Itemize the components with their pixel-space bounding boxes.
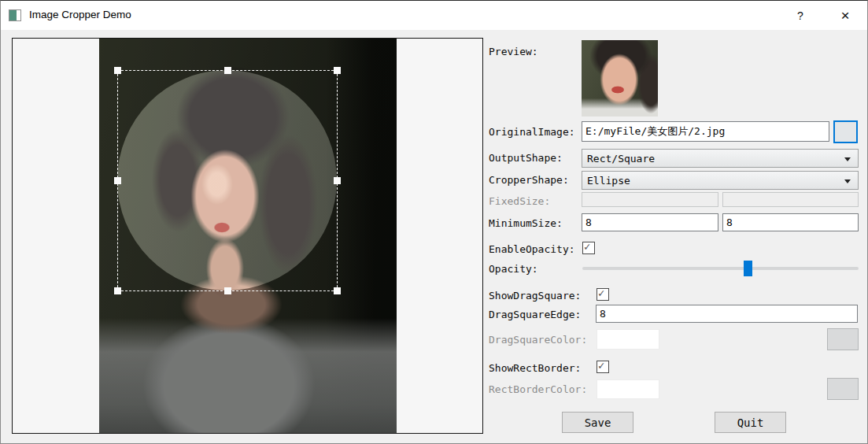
preview-label: Preview:	[489, 46, 538, 57]
check-icon: ✓	[584, 240, 590, 253]
minimum-size-label: MinimumSize:	[489, 217, 563, 229]
show-rect-border-checkbox[interactable]: ✓	[597, 361, 609, 373]
fixed-size-height-input	[722, 192, 859, 207]
dropdown-arrow-icon	[844, 179, 851, 183]
check-icon: ✓	[598, 359, 604, 372]
cropper-shape-select[interactable]: Ellipse	[582, 171, 859, 190]
crop-selection-rect[interactable]	[117, 70, 338, 291]
show-drag-square-label: ShowDragSquare:	[489, 290, 581, 302]
enable-opacity-checkbox[interactable]: ✓	[582, 242, 595, 254]
drag-handle-bottom-right[interactable]	[334, 287, 341, 294]
fixed-size-width-input	[582, 192, 718, 207]
app-window: Image Cropper Demo ? × Preview: Original…	[0, 0, 868, 444]
preview-image	[582, 40, 658, 117]
drag-handle-top-middle[interactable]	[224, 67, 231, 74]
enable-opacity-label: EnableOpacity:	[489, 243, 575, 255]
show-drag-square-checkbox[interactable]: ✓	[597, 288, 609, 301]
original-image-label: OriginalImage:	[489, 126, 575, 138]
minimum-size-height-input[interactable]	[722, 213, 859, 231]
rect-border-color-label: RectBorderColor:	[489, 383, 587, 395]
window-title: Image Cropper Demo	[29, 9, 131, 20]
save-button[interactable]: Save	[562, 412, 633, 433]
drag-handle-middle-left[interactable]	[114, 177, 121, 184]
drag-square-color-picker-button[interactable]	[827, 328, 859, 350]
quit-button[interactable]: Quit	[715, 412, 786, 433]
drag-square-color-swatch	[597, 329, 659, 350]
output-shape-label: OutputShape:	[489, 152, 563, 164]
opacity-slider-handle[interactable]	[744, 261, 752, 276]
fixed-size-label: FixedSize:	[489, 195, 550, 207]
drag-square-edge-label: DragSquareEdge:	[489, 309, 581, 320]
cropper-canvas	[12, 38, 483, 434]
rect-border-color-picker-button[interactable]	[827, 378, 859, 400]
titlebar: Image Cropper Demo ? ×	[1, 1, 867, 30]
browse-button[interactable]	[833, 120, 858, 143]
dropdown-arrow-icon	[844, 157, 851, 161]
drag-handle-middle-right[interactable]	[334, 177, 341, 184]
check-icon: ✓	[598, 287, 604, 299]
output-shape-value: Rect/Square	[587, 153, 655, 165]
drag-handle-bottom-left[interactable]	[114, 287, 121, 294]
original-image-input[interactable]	[582, 121, 829, 142]
cropper-shape-label: CropperShape:	[489, 174, 569, 186]
rect-border-color-swatch	[597, 379, 659, 399]
close-button[interactable]: ×	[831, 1, 859, 30]
drag-handle-bottom-middle[interactable]	[224, 287, 231, 294]
opacity-slider[interactable]	[582, 261, 859, 276]
drag-handle-top-left[interactable]	[114, 67, 121, 74]
minimum-size-width-input[interactable]	[582, 213, 718, 231]
drag-square-color-label: DragSquareColor:	[489, 334, 587, 346]
drag-square-edge-input[interactable]	[596, 305, 858, 323]
drag-handle-top-right[interactable]	[334, 67, 341, 74]
opacity-slider-track[interactable]	[582, 267, 859, 270]
show-rect-border-label: ShowRectBorder:	[489, 362, 581, 374]
app-icon	[9, 9, 21, 21]
help-button[interactable]: ?	[786, 1, 814, 30]
opacity-label: Opacity:	[489, 263, 538, 275]
output-shape-select[interactable]: Rect/Square	[582, 149, 859, 168]
cropper-shape-value: Ellipse	[587, 175, 630, 187]
